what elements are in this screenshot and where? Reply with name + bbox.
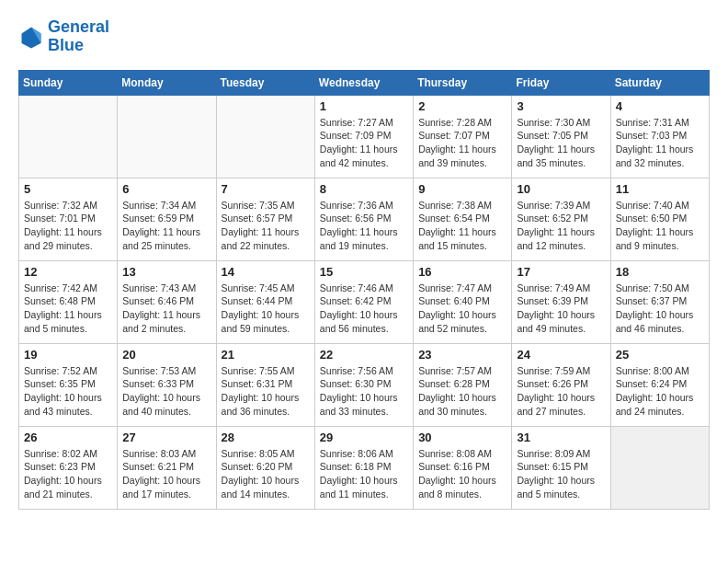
day-number: 13 — [122, 265, 210, 279]
day-number: 22 — [320, 348, 408, 362]
col-header-saturday: Saturday — [610, 70, 709, 95]
day-number: 9 — [418, 182, 506, 196]
day-info: Sunrise: 7:45 AMSunset: 6:44 PMDaylight:… — [222, 282, 310, 336]
day-number: 15 — [320, 265, 408, 279]
calendar-cell: 29Sunrise: 8:06 AMSunset: 6:18 PMDayligh… — [314, 426, 413, 509]
calendar-cell: 26Sunrise: 8:02 AMSunset: 6:23 PMDayligh… — [19, 426, 118, 509]
day-number: 1 — [320, 99, 408, 113]
day-info: Sunrise: 7:57 AMSunset: 6:28 PMDaylight:… — [418, 364, 506, 419]
calendar-cell: 15Sunrise: 7:46 AMSunset: 6:42 PMDayligh… — [314, 260, 413, 343]
day-info: Sunrise: 8:05 AMSunset: 6:20 PMDaylight:… — [222, 447, 310, 501]
day-number: 19 — [24, 348, 112, 362]
day-number: 25 — [616, 348, 704, 362]
day-info: Sunrise: 7:28 AMSunset: 7:07 PMDaylight:… — [418, 116, 506, 170]
calendar-cell — [118, 95, 216, 178]
calendar-cell: 14Sunrise: 7:45 AMSunset: 6:44 PMDayligh… — [216, 260, 314, 343]
calendar-cell: 1Sunrise: 7:27 AMSunset: 7:09 PMDaylight… — [314, 95, 413, 178]
day-info: Sunrise: 8:02 AMSunset: 6:23 PMDaylight:… — [24, 447, 112, 501]
week-row-4: 19Sunrise: 7:52 AMSunset: 6:35 PMDayligh… — [19, 343, 710, 426]
calendar-cell: 10Sunrise: 7:39 AMSunset: 6:52 PMDayligh… — [512, 178, 610, 260]
calendar-cell: 13Sunrise: 7:43 AMSunset: 6:46 PMDayligh… — [118, 260, 216, 343]
day-number: 27 — [122, 431, 210, 444]
col-header-thursday: Thursday — [414, 70, 512, 95]
col-header-wednesday: Wednesday — [314, 70, 413, 95]
calendar-cell: 31Sunrise: 8:09 AMSunset: 6:15 PMDayligh… — [512, 426, 610, 509]
day-info: Sunrise: 7:31 AMSunset: 7:03 PMDaylight:… — [616, 116, 704, 170]
calendar-cell — [610, 426, 709, 509]
calendar-cell: 30Sunrise: 8:08 AMSunset: 6:16 PMDayligh… — [414, 426, 512, 509]
calendar-cell: 24Sunrise: 7:59 AMSunset: 6:26 PMDayligh… — [512, 343, 610, 426]
day-number: 29 — [320, 431, 408, 444]
day-info: Sunrise: 8:06 AMSunset: 6:18 PMDaylight:… — [320, 447, 408, 501]
calendar-cell: 5Sunrise: 7:32 AMSunset: 7:01 PMDaylight… — [19, 178, 118, 260]
page-header: General Blue — [18, 18, 710, 55]
day-number: 21 — [222, 348, 310, 362]
calendar-cell: 8Sunrise: 7:36 AMSunset: 6:56 PMDaylight… — [314, 178, 413, 260]
day-number: 10 — [517, 182, 605, 196]
day-number: 8 — [320, 182, 408, 196]
calendar-cell: 20Sunrise: 7:53 AMSunset: 6:33 PMDayligh… — [118, 343, 216, 426]
day-number: 5 — [24, 182, 112, 196]
calendar-cell: 12Sunrise: 7:42 AMSunset: 6:48 PMDayligh… — [19, 260, 118, 343]
day-info: Sunrise: 7:56 AMSunset: 6:30 PMDaylight:… — [320, 364, 408, 419]
calendar-table: SundayMondayTuesdayWednesdayThursdayFrid… — [18, 70, 710, 510]
day-info: Sunrise: 8:00 AMSunset: 6:24 PMDaylight:… — [616, 364, 704, 419]
day-number: 14 — [222, 265, 310, 279]
day-number: 16 — [418, 265, 506, 279]
day-info: Sunrise: 8:08 AMSunset: 6:16 PMDaylight:… — [418, 447, 506, 501]
day-number: 18 — [616, 265, 704, 279]
day-info: Sunrise: 7:42 AMSunset: 6:48 PMDaylight:… — [24, 282, 112, 336]
day-info: Sunrise: 7:50 AMSunset: 6:37 PMDaylight:… — [616, 282, 704, 336]
calendar-cell: 21Sunrise: 7:55 AMSunset: 6:31 PMDayligh… — [216, 343, 314, 426]
day-number: 6 — [122, 182, 210, 196]
day-number: 24 — [517, 348, 605, 362]
day-info: Sunrise: 7:36 AMSunset: 6:56 PMDaylight:… — [320, 199, 408, 253]
day-info: Sunrise: 7:30 AMSunset: 7:05 PMDaylight:… — [517, 116, 605, 170]
day-number: 2 — [418, 99, 506, 113]
calendar-cell: 25Sunrise: 8:00 AMSunset: 6:24 PMDayligh… — [610, 343, 709, 426]
day-number: 30 — [418, 431, 506, 444]
day-info: Sunrise: 7:46 AMSunset: 6:42 PMDaylight:… — [320, 282, 408, 336]
day-number: 20 — [122, 348, 210, 362]
week-row-1: 1Sunrise: 7:27 AMSunset: 7:09 PMDaylight… — [19, 95, 710, 178]
calendar-cell: 18Sunrise: 7:50 AMSunset: 6:37 PMDayligh… — [610, 260, 709, 343]
day-info: Sunrise: 7:38 AMSunset: 6:54 PMDaylight:… — [418, 199, 506, 253]
calendar-cell: 4Sunrise: 7:31 AMSunset: 7:03 PMDaylight… — [610, 95, 709, 178]
day-info: Sunrise: 7:32 AMSunset: 7:01 PMDaylight:… — [24, 199, 112, 253]
day-info: Sunrise: 7:35 AMSunset: 6:57 PMDaylight:… — [222, 199, 310, 253]
week-row-3: 12Sunrise: 7:42 AMSunset: 6:48 PMDayligh… — [19, 260, 710, 343]
calendar-cell: 6Sunrise: 7:34 AMSunset: 6:59 PMDaylight… — [118, 178, 216, 260]
day-info: Sunrise: 8:09 AMSunset: 6:15 PMDaylight:… — [517, 447, 605, 501]
day-info: Sunrise: 7:43 AMSunset: 6:46 PMDaylight:… — [122, 282, 210, 336]
day-info: Sunrise: 7:49 AMSunset: 6:39 PMDaylight:… — [517, 282, 605, 336]
day-number: 12 — [24, 265, 112, 279]
col-header-monday: Monday — [118, 70, 216, 95]
calendar-cell: 28Sunrise: 8:05 AMSunset: 6:20 PMDayligh… — [216, 426, 314, 509]
day-info: Sunrise: 7:27 AMSunset: 7:09 PMDaylight:… — [320, 116, 408, 170]
calendar-cell: 17Sunrise: 7:49 AMSunset: 6:39 PMDayligh… — [512, 260, 610, 343]
day-number: 23 — [418, 348, 506, 362]
col-header-sunday: Sunday — [19, 70, 118, 95]
calendar-cell: 3Sunrise: 7:30 AMSunset: 7:05 PMDaylight… — [512, 95, 610, 178]
logo: General Blue — [18, 18, 109, 55]
calendar-cell: 7Sunrise: 7:35 AMSunset: 6:57 PMDaylight… — [216, 178, 314, 260]
day-number: 31 — [517, 431, 605, 444]
day-number: 17 — [517, 265, 605, 279]
col-header-friday: Friday — [512, 70, 610, 95]
header-row: SundayMondayTuesdayWednesdayThursdayFrid… — [19, 70, 710, 95]
day-info: Sunrise: 7:40 AMSunset: 6:50 PMDaylight:… — [616, 199, 704, 253]
week-row-2: 5Sunrise: 7:32 AMSunset: 7:01 PMDaylight… — [19, 178, 710, 260]
week-row-5: 26Sunrise: 8:02 AMSunset: 6:23 PMDayligh… — [19, 426, 710, 509]
day-number: 28 — [222, 431, 310, 444]
col-header-tuesday: Tuesday — [216, 70, 314, 95]
calendar-cell: 22Sunrise: 7:56 AMSunset: 6:30 PMDayligh… — [314, 343, 413, 426]
day-number: 4 — [616, 99, 704, 113]
calendar-cell — [19, 95, 118, 178]
day-info: Sunrise: 7:55 AMSunset: 6:31 PMDaylight:… — [222, 364, 310, 419]
day-info: Sunrise: 7:39 AMSunset: 6:52 PMDaylight:… — [517, 199, 605, 253]
day-number: 11 — [616, 182, 704, 196]
day-info: Sunrise: 7:53 AMSunset: 6:33 PMDaylight:… — [122, 364, 210, 419]
calendar-cell: 9Sunrise: 7:38 AMSunset: 6:54 PMDaylight… — [414, 178, 512, 260]
logo-text: General Blue — [48, 18, 109, 55]
calendar-cell: 16Sunrise: 7:47 AMSunset: 6:40 PMDayligh… — [414, 260, 512, 343]
